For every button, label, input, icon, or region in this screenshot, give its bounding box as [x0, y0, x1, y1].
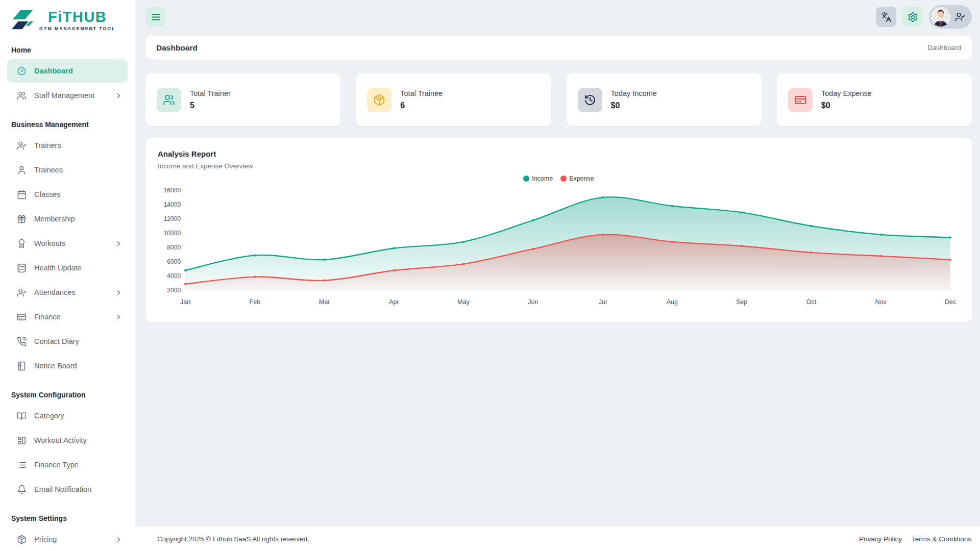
- svg-text:4000: 4000: [167, 272, 181, 280]
- sidebar-item-label: Category: [34, 412, 122, 420]
- legend-label: Expense: [569, 175, 594, 182]
- chevron-right-icon: [115, 289, 122, 296]
- svg-text:Mar: Mar: [319, 298, 330, 306]
- bell-icon: [17, 485, 27, 494]
- chart-legend: IncomeExpense: [158, 175, 960, 182]
- stat-label: Total Trainee: [400, 89, 443, 97]
- user-check-icon: [955, 12, 965, 22]
- stat-value: 6: [400, 101, 443, 110]
- footer: Copyright 2025 © Fithub SaaS All rights …: [135, 527, 980, 551]
- sidebar-item-health-update[interactable]: Health Update: [7, 256, 128, 280]
- nav-section-system-settings: System Settings: [7, 502, 128, 528]
- fithub-logo-icon: [11, 10, 35, 31]
- copyright-text: Copyright 2025 © Fithub SaaS All rights …: [157, 535, 309, 543]
- users-icon: [157, 88, 181, 112]
- svg-text:May: May: [457, 298, 470, 306]
- sidebar-item-workout-activity[interactable]: Workout Activity: [7, 429, 128, 452]
- credit-card-icon: [17, 312, 27, 322]
- sidebar-item-label: Pricing: [34, 535, 107, 543]
- sidebar-item-label: Dashboard: [34, 67, 122, 75]
- legend-item-income[interactable]: Income: [523, 175, 553, 182]
- sidebar-item-pricing[interactable]: Pricing: [7, 528, 128, 551]
- sidebar-item-notice-board[interactable]: Notice Board: [7, 354, 128, 378]
- menu-toggle-button[interactable]: [145, 7, 166, 27]
- stat-label: Total Trainer: [190, 89, 231, 97]
- svg-text:Dec: Dec: [945, 298, 956, 306]
- stat-card-today-income: Today Income$0: [567, 73, 762, 126]
- sidebar-item-attendances[interactable]: Attendances: [7, 281, 128, 304]
- footer-links: Privacy PolicyTerms & Conditions: [859, 535, 971, 543]
- sidebar-item-contact-diary[interactable]: Contact Diary: [7, 330, 128, 353]
- sidebar-item-label: Finance Type: [34, 461, 122, 469]
- svg-text:Jan: Jan: [180, 298, 190, 306]
- gauge-icon: [17, 66, 27, 76]
- sidebar-item-finance-type[interactable]: Finance Type: [7, 453, 128, 477]
- stat-value: $0: [821, 101, 872, 110]
- footer-link-terms-conditions[interactable]: Terms & Conditions: [912, 535, 971, 543]
- legend-dot: [523, 176, 529, 182]
- sidebar-item-trainees[interactable]: Trainees: [7, 158, 128, 182]
- sidebar-item-label: Contact Diary: [34, 337, 122, 345]
- sidebar-item-staff-management[interactable]: Staff Management: [7, 84, 128, 107]
- sidebar: FiTHUB GYM MANAGEMENT TOOL HomeDashboard…: [0, 0, 135, 551]
- settings-button[interactable]: [902, 7, 923, 27]
- stats-row: Total Trainer5Total Trainee6Today Income…: [145, 73, 972, 126]
- sidebar-item-label: Notice Board: [34, 362, 122, 370]
- sidebar-item-label: Trainers: [34, 141, 122, 149]
- sidebar-item-label: Workouts: [34, 239, 107, 247]
- svg-text:Apr: Apr: [389, 298, 399, 306]
- sidebar-item-finance[interactable]: Finance: [7, 305, 128, 329]
- legend-item-expense[interactable]: Expense: [560, 175, 594, 182]
- sidebar-item-email-notification[interactable]: Email Notification: [7, 478, 128, 501]
- svg-text:2000: 2000: [167, 287, 181, 294]
- sidebar-item-workouts[interactable]: Workouts: [7, 232, 128, 255]
- credit-card-icon: [788, 88, 813, 112]
- chart-subtitle: Income and Expense Overview: [158, 162, 960, 170]
- svg-text:Sep: Sep: [736, 298, 747, 306]
- profile-menu-button[interactable]: [929, 5, 972, 29]
- svg-text:Feb: Feb: [250, 298, 261, 306]
- app-logo[interactable]: FiTHUB GYM MANAGEMENT TOOL: [0, 0, 135, 41]
- nav-section-business-management: Business Management: [7, 108, 128, 134]
- notebook-icon: [17, 361, 27, 371]
- legend-dot: [560, 176, 567, 182]
- book-open-icon: [17, 411, 27, 421]
- page-header-card: Dashboard Dashboard: [145, 36, 972, 60]
- stat-value: 5: [190, 101, 231, 110]
- sidebar-item-label: Membership: [34, 215, 122, 223]
- sidebar-item-label: Workout Activity: [34, 436, 122, 444]
- svg-text:6000: 6000: [167, 258, 181, 265]
- brand-name: FiTHUB: [48, 10, 107, 24]
- stat-label: Today Expense: [821, 89, 872, 97]
- sidebar-item-label: Trainees: [34, 166, 122, 174]
- sidebar-item-membership[interactable]: Membership: [7, 207, 128, 231]
- nav-section-system-configuration: System Configuration: [7, 379, 128, 404]
- footer-link-privacy-policy[interactable]: Privacy Policy: [859, 535, 902, 543]
- chevron-right-icon: [115, 313, 122, 321]
- language-button[interactable]: [876, 7, 896, 27]
- analysis-report-card: Analysis Report Income and Expense Overv…: [145, 138, 972, 322]
- users-icon: [17, 91, 27, 101]
- breadcrumb[interactable]: Dashboard: [927, 44, 961, 52]
- stat-value: $0: [611, 101, 657, 110]
- chevron-right-icon: [115, 92, 122, 99]
- analysis-chart: 200040006000800010000120001400016000JanF…: [158, 183, 960, 308]
- topbar: [135, 0, 980, 34]
- award-icon: [17, 239, 27, 248]
- sidebar-item-dashboard[interactable]: Dashboard: [7, 59, 128, 83]
- sidebar-item-category[interactable]: Category: [7, 404, 128, 428]
- main-area: Dashboard Dashboard Total Trainer5Total …: [135, 0, 980, 551]
- sidebar-item-trainers[interactable]: Trainers: [7, 134, 128, 157]
- chevron-right-icon: [115, 240, 122, 247]
- nav-section-home: Home: [7, 41, 128, 59]
- svg-text:Jul: Jul: [599, 298, 607, 306]
- sidebar-item-classes[interactable]: Classes: [7, 183, 128, 206]
- legend-label: Income: [532, 175, 553, 182]
- svg-text:14000: 14000: [164, 201, 181, 208]
- sidebar-item-label: Finance: [34, 313, 107, 321]
- stat-card-total-trainer: Total Trainer5: [145, 73, 340, 126]
- brand-tagline: GYM MANAGEMENT TOOL: [39, 26, 115, 31]
- income-expense-area-chart: 200040006000800010000120001400016000JanF…: [158, 183, 960, 308]
- svg-text:12000: 12000: [164, 215, 181, 222]
- sidebar-item-label: Classes: [34, 190, 122, 198]
